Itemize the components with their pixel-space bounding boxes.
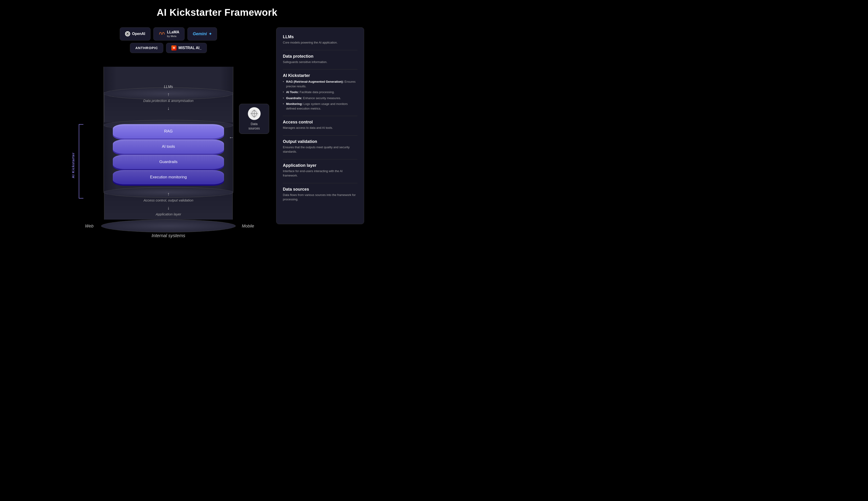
data-sources-icon bbox=[248, 107, 261, 120]
legend-aks-list: RAG (Retrieval-Augmented Generation): En… bbox=[283, 79, 357, 111]
web-label: Web bbox=[85, 224, 94, 228]
legend-ds-desc: Data flows from various sources into the… bbox=[283, 193, 357, 202]
legend-llms: LLMs Core models powering the AI applica… bbox=[283, 34, 357, 45]
data-sources-label: Datasources bbox=[248, 122, 260, 130]
arrow-up-access-control: ↑ bbox=[167, 191, 170, 196]
stacked-layers: RAG AI tools Guardrails Execution monito… bbox=[113, 124, 224, 184]
ai-kickstarter-label: AI Kickstarter bbox=[71, 152, 75, 178]
llama-label: LLaMAby Meta bbox=[167, 30, 179, 38]
data-sources-box: Datasources bbox=[239, 104, 269, 134]
arrow-down-app-layer: ↓ bbox=[167, 205, 170, 211]
rag-layer: RAG bbox=[113, 124, 224, 139]
legend-aks-tools-bold: AI Tools: bbox=[286, 90, 299, 94]
openai-badge: OpenAI bbox=[120, 27, 151, 41]
legend-aks-title: AI Kickstarter bbox=[283, 73, 357, 78]
openai-icon bbox=[125, 31, 130, 36]
legend-aks-rag-bold: RAG (Retrieval-Augmented Generation): bbox=[286, 80, 344, 83]
legend-ds-title: Data sources bbox=[283, 187, 357, 192]
access-control-label: Access control, output validation bbox=[143, 198, 193, 202]
llm-providers: OpenAI LLaMAby Meta Gemini ✦ bbox=[120, 27, 217, 53]
legend-al-desc: Interface for end-users interacting with… bbox=[283, 169, 357, 178]
mistral-badge: M MISTRAL AI_ bbox=[166, 43, 207, 53]
mistral-label: MISTRAL AI_ bbox=[178, 46, 202, 50]
data-sources-arrow: ← bbox=[229, 135, 234, 141]
legend-access-control: Access control Manages access to data an… bbox=[283, 120, 357, 130]
legend-ov-desc: Ensures that the outputs meet quality an… bbox=[283, 145, 357, 154]
gemini-label: Gemini bbox=[193, 32, 207, 36]
legend-aks-guardrails-bold: Guardrails: bbox=[286, 96, 302, 100]
divider-1 bbox=[283, 50, 357, 50]
legend-ai-kickstarter: AI Kickstarter RAG (Retrieval-Augmented … bbox=[283, 73, 357, 111]
diagram-area: OpenAI LLaMAby Meta Gemini ✦ bbox=[70, 27, 267, 236]
internal-systems-label: Internal systems bbox=[151, 233, 185, 238]
provider-row-2: ANTHROPIC M MISTRAL AI_ bbox=[130, 43, 207, 53]
kickstarter-bracket-top bbox=[79, 124, 83, 125]
kickstarter-bracket-bottom bbox=[79, 198, 83, 199]
anthropic-badge: ANTHROPIC bbox=[130, 43, 163, 53]
llms-bottom-label: LLMs bbox=[164, 85, 173, 89]
legend-aks-monitoring-bold: Monitoring: bbox=[286, 102, 302, 106]
legend-al-title: Application layer bbox=[283, 163, 357, 168]
app-layer-label: Application layer bbox=[156, 212, 181, 216]
mobile-label: Mobile bbox=[242, 224, 254, 228]
legend-aks-rag: RAG (Retrieval-Augmented Generation): En… bbox=[283, 79, 357, 88]
mistral-icon: M bbox=[171, 45, 176, 51]
llama-icon bbox=[159, 31, 165, 36]
legend-ac-desc: Manages access to data and AI tools. bbox=[283, 126, 357, 130]
legend-aks-guardrails: Guardrails: Enhance security measures. bbox=[283, 96, 357, 100]
data-protection-label: Data protection & anonymisation bbox=[143, 99, 194, 103]
openai-label: OpenAI bbox=[132, 32, 145, 36]
legend-dp-title: Data protection bbox=[283, 54, 357, 59]
llama-badge: LLaMAby Meta bbox=[153, 27, 185, 41]
legend-app-layer: Application layer Interface for end-user… bbox=[283, 163, 357, 178]
legend-aks-tools: AI Tools: Facilitate data processing. bbox=[283, 90, 357, 95]
legend-output-validation: Output validation Ensures that the outpu… bbox=[283, 139, 357, 154]
ai-tools-layer: AI tools bbox=[113, 139, 224, 154]
execution-monitoring-layer: Execution monitoring bbox=[113, 170, 224, 184]
divider-5 bbox=[283, 159, 357, 159]
gemini-star-icon: ✦ bbox=[209, 32, 212, 36]
guardrails-layer: Guardrails bbox=[113, 155, 224, 169]
legend-aks-monitoring: Monitoring: Logs system usage and monito… bbox=[283, 102, 357, 111]
legend-llms-desc: Core models powering the AI application. bbox=[283, 40, 357, 45]
anthropic-label: ANTHROPIC bbox=[135, 46, 158, 50]
main-content: OpenAI LLaMAby Meta Gemini ✦ bbox=[0, 27, 434, 250]
svg-point-0 bbox=[127, 33, 128, 34]
legend-data-protection: Data protection Safeguards sensitive inf… bbox=[283, 54, 357, 64]
arrow-up-data-protection: ↑ bbox=[167, 92, 170, 97]
legend-dp-desc: Safeguards sensitive information. bbox=[283, 60, 357, 64]
legend-panel: LLMs Core models powering the AI applica… bbox=[276, 27, 364, 224]
legend-llms-title: LLMs bbox=[283, 34, 357, 39]
bottom-disk bbox=[101, 220, 236, 232]
legend-ac-title: Access control bbox=[283, 120, 357, 125]
gemini-badge: Gemini ✦ bbox=[187, 27, 217, 41]
provider-row-1: OpenAI LLaMAby Meta Gemini ✦ bbox=[120, 27, 217, 41]
divider-4 bbox=[283, 135, 357, 136]
kickstarter-bracket-line bbox=[79, 124, 79, 198]
arrow-down-data-protection: ↓ bbox=[167, 106, 170, 111]
divider-2 bbox=[283, 69, 357, 70]
legend-ov-title: Output validation bbox=[283, 139, 357, 144]
page-title: AI Kickstarter Framework bbox=[157, 7, 278, 18]
legend-data-sources: Data sources Data flows from various sou… bbox=[283, 187, 357, 202]
